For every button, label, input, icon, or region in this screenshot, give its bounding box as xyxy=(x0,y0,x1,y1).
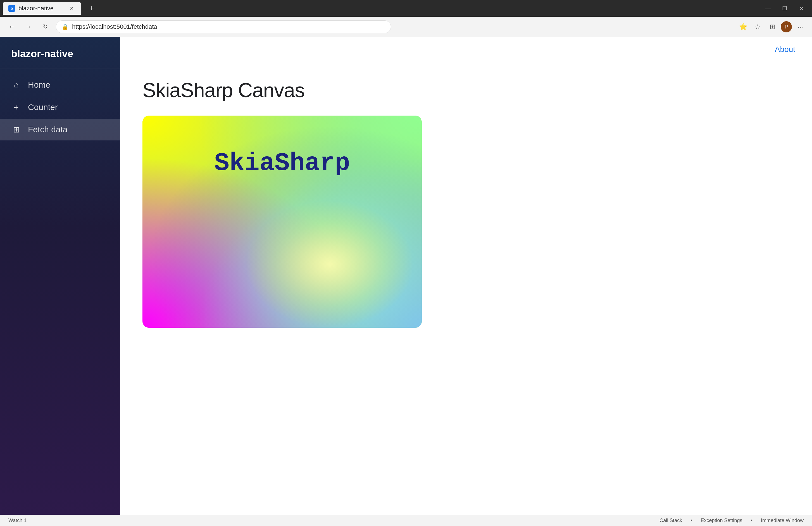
maximize-button[interactable]: ☐ xyxy=(777,3,793,14)
new-tab-button[interactable]: + xyxy=(86,2,98,14)
debug-exception: Exception Settings xyxy=(701,517,742,524)
back-button[interactable]: ← xyxy=(5,21,18,33)
tab-close-button[interactable]: ✕ xyxy=(68,4,75,12)
top-bar: About xyxy=(120,37,812,62)
debug-bar: Watch 1 Call Stack • Exception Settings … xyxy=(0,515,812,526)
debug-sep2: • xyxy=(751,517,753,524)
sidebar-item-fetchdata[interactable]: ⊞ Fetch data xyxy=(0,119,120,141)
collections-icon[interactable]: ⊞ xyxy=(766,21,779,33)
debug-immediate: Immediate Window xyxy=(761,517,803,524)
sidebar-item-label-counter: Counter xyxy=(28,102,58,112)
home-icon: ⌂ xyxy=(11,81,21,89)
forward-button[interactable]: → xyxy=(22,21,35,33)
app-container: blazor-native ⌂ Home ＋ Counter ⊞ Fetch d… xyxy=(0,37,812,515)
sidebar-item-home[interactable]: ⌂ Home xyxy=(0,74,120,96)
sidebar-item-label-home: Home xyxy=(28,80,50,90)
page-body: SkiaSharp Canvas xyxy=(120,62,812,515)
sidebar-nav: ⌂ Home ＋ Counter ⊞ Fetch data xyxy=(0,69,120,146)
close-button[interactable]: ✕ xyxy=(794,3,809,14)
page-title: SkiaSharp Canvas xyxy=(143,79,790,102)
url-bar[interactable]: 🔒 https://localhost:5001/fetchdata xyxy=(56,20,391,33)
title-bar: b blazor-native ✕ + — ☐ ✕ xyxy=(0,0,812,17)
refresh-button[interactable]: ↻ xyxy=(39,21,52,33)
about-link[interactable]: About xyxy=(775,45,795,54)
browser-window: b blazor-native ✕ + — ☐ ✕ ← → ↻ 🔒 https:… xyxy=(0,0,812,526)
sidebar-item-counter[interactable]: ＋ Counter xyxy=(0,96,120,119)
address-bar: ← → ↻ 🔒 https://localhost:5001/fetchdata… xyxy=(0,17,812,37)
debug-watch: Watch 1 xyxy=(9,517,27,524)
skia-canvas: SkiaSharp xyxy=(143,116,422,328)
main-content: About SkiaSharp Canvas xyxy=(120,37,812,515)
canvas-text: SkiaSharp xyxy=(214,149,350,178)
window-controls: — ☐ ✕ xyxy=(760,3,809,14)
svg-rect-6 xyxy=(143,116,422,328)
favorites-icon[interactable]: ⭐ xyxy=(737,21,750,33)
sidebar: blazor-native ⌂ Home ＋ Counter ⊞ Fetch d… xyxy=(0,37,120,515)
skia-canvas-container: SkiaSharp xyxy=(143,116,422,328)
counter-icon: ＋ xyxy=(11,102,21,113)
lock-icon: 🔒 xyxy=(62,24,69,30)
debug-callstack: Call Stack xyxy=(659,517,682,524)
url-text: https://localhost:5001/fetchdata xyxy=(72,23,157,30)
sidebar-item-label-fetchdata: Fetch data xyxy=(28,125,68,134)
star-icon[interactable]: ☆ xyxy=(752,21,764,33)
minimize-button[interactable]: — xyxy=(760,3,776,14)
profile-avatar[interactable]: P xyxy=(781,21,792,32)
more-menu-icon[interactable]: ··· xyxy=(794,21,807,33)
toolbar-icons: ⭐ ☆ ⊞ P ··· xyxy=(737,21,807,33)
debug-sep1: • xyxy=(691,517,692,524)
canvas-svg xyxy=(143,116,422,328)
tab-title: blazor-native xyxy=(18,5,54,12)
active-tab[interactable]: b blazor-native ✕ xyxy=(3,2,81,15)
fetchdata-icon: ⊞ xyxy=(11,125,21,134)
sidebar-brand: blazor-native xyxy=(0,37,120,69)
tab-favicon: b xyxy=(9,5,15,12)
